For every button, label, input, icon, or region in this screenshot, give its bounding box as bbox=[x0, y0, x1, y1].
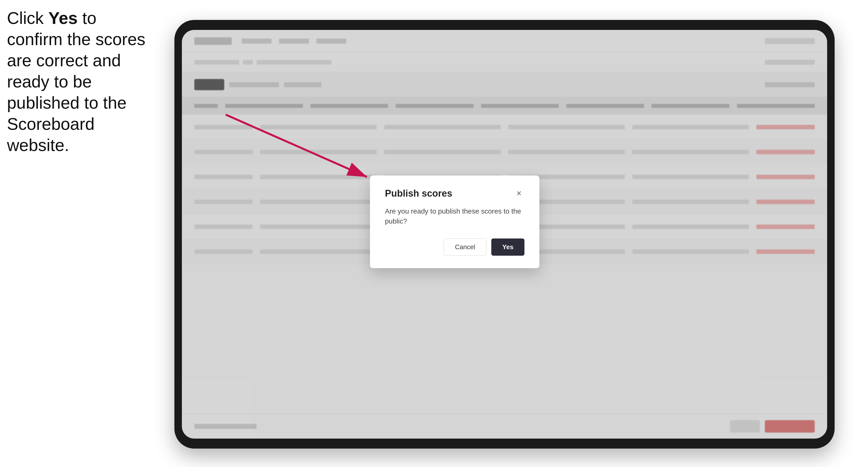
publish-scores-dialog: Publish scores × Are you ready to publis… bbox=[370, 176, 539, 268]
instruction-text: Click Yes to confirm the scores are corr… bbox=[7, 7, 152, 156]
tablet-screen: Publish scores × Are you ready to publis… bbox=[182, 30, 827, 439]
dialog-header: Publish scores × bbox=[385, 188, 524, 199]
dialog-title: Publish scores bbox=[385, 188, 452, 199]
dialog-body-text: Are you ready to publish these scores to… bbox=[385, 206, 524, 226]
tablet-device: Publish scores × Are you ready to publis… bbox=[175, 20, 835, 448]
cancel-button[interactable]: Cancel bbox=[444, 239, 486, 256]
dialog-close-button[interactable]: × bbox=[514, 188, 524, 199]
yes-button[interactable]: Yes bbox=[491, 239, 524, 256]
modal-overlay: Publish scores × Are you ready to publis… bbox=[182, 30, 827, 439]
dialog-footer: Cancel Yes bbox=[385, 239, 524, 256]
